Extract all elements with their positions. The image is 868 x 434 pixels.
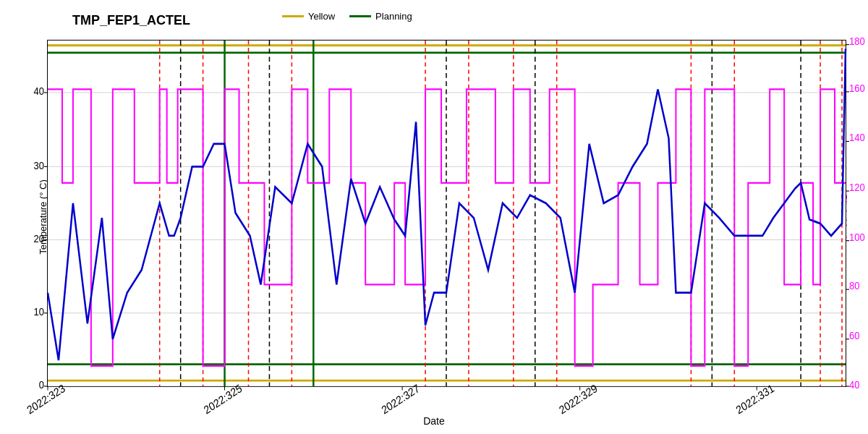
y-right-180: 180 [849,35,865,47]
x-tick-325: 2022:325 [202,382,244,416]
legend: Yellow Planning [282,11,412,22]
legend-yellow-line [282,15,304,17]
y-right-80: 80 [849,279,860,292]
chart-title: TMP_FEP1_ACTEL [72,13,190,28]
y-left-30: 30 [34,159,45,171]
chart-container: TMP_FEP1_ACTEL Yellow Planning Temperatu… [0,0,868,434]
y-right-160: 160 [849,82,865,94]
legend-planning: Planning [349,11,412,22]
y-left-0: 0 [39,379,45,391]
x-axis-label: Date [423,415,445,427]
y-right-100: 100 [849,231,865,243]
x-tick-331: 2022:331 [734,382,776,416]
legend-yellow-label: Yellow [308,11,335,22]
y-right-120: 120 [849,181,865,193]
y-right-60: 60 [849,329,860,341]
y-right-140: 140 [849,132,865,144]
chart-svg: 2022:323 2022:325 2022:327 2022:329 2022… [47,40,846,387]
x-tick-329: 2022:329 [557,382,599,416]
x-tick-327: 2022:327 [380,382,422,416]
legend-planning-line [349,15,371,17]
legend-planning-label: Planning [375,11,412,22]
x-tick-323: 2022:323 [25,382,67,416]
y-left-20: 20 [34,232,45,244]
y-left-40: 40 [34,85,45,98]
y-left-10: 10 [34,305,45,318]
y-right-40: 40 [849,379,860,391]
legend-yellow: Yellow [282,11,335,22]
